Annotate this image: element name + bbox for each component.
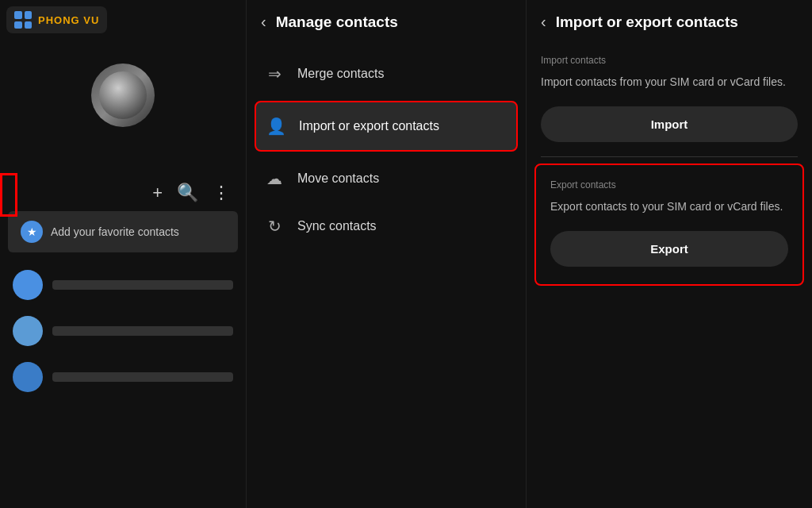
contact-name-placeholder xyxy=(52,372,233,382)
move-contacts-label: Move contacts xyxy=(297,171,379,186)
red-highlight-box xyxy=(0,173,17,217)
panel-manage-contacts: ‹ Manage contacts ⇒ Merge contacts 👤 Imp… xyxy=(246,0,527,508)
back-button[interactable]: ‹ xyxy=(541,13,546,31)
sync-icon: ↻ xyxy=(264,217,285,236)
menu-item-import-export[interactable]: 👤 Import or export contacts xyxy=(255,101,518,152)
contact-name-placeholder xyxy=(52,326,233,336)
favorites-icon: ★ xyxy=(21,221,43,243)
panel-contacts-list: PHONG VU + 🔍 ⋮ ★ Add your favorite conta… xyxy=(0,0,246,508)
export-section-highlight: Export contacts Export contacts to your … xyxy=(534,164,804,286)
logo-grid-icon xyxy=(14,11,32,29)
avatar-container xyxy=(0,64,246,127)
import-export-header: ‹ Import or export contacts xyxy=(527,0,812,44)
import-button[interactable]: Import xyxy=(541,106,798,142)
search-button[interactable]: 🔍 xyxy=(177,183,198,203)
menu-list: ⇒ Merge contacts 👤 Import or export cont… xyxy=(247,50,526,250)
export-section-label: Export contacts xyxy=(536,168,802,194)
list-item[interactable] xyxy=(0,308,246,354)
list-item[interactable] xyxy=(0,262,246,308)
move-icon: ☁ xyxy=(264,169,285,188)
import-section: Import contacts Import contacts from you… xyxy=(527,44,812,142)
logo-text: PHONG VU xyxy=(38,14,99,26)
favorites-bar[interactable]: ★ Add your favorite contacts xyxy=(8,211,238,252)
add-contact-button[interactable]: + xyxy=(152,183,163,203)
toolbar: + 🔍 ⋮ xyxy=(0,175,246,211)
avatar-helmet-icon xyxy=(99,71,147,119)
back-button[interactable]: ‹ xyxy=(261,13,266,31)
contact-list xyxy=(0,262,246,400)
more-options-button[interactable]: ⋮ xyxy=(213,183,230,203)
avatar xyxy=(91,64,155,127)
merge-icon: ⇒ xyxy=(264,64,285,83)
import-section-label: Import contacts xyxy=(527,44,812,69)
favorites-label: Add your favorite contacts xyxy=(51,225,179,238)
logo-phong: PHONG xyxy=(38,14,80,26)
import-export-label: Import or export contacts xyxy=(299,119,439,133)
avatar xyxy=(13,270,43,300)
menu-item-merge-contacts[interactable]: ⇒ Merge contacts xyxy=(247,50,526,98)
manage-contacts-title: Manage contacts xyxy=(276,13,398,31)
divider xyxy=(541,156,798,157)
contact-name-placeholder xyxy=(52,280,233,290)
export-button[interactable]: Export xyxy=(550,231,788,267)
avatar xyxy=(13,316,43,346)
merge-contacts-label: Merge contacts xyxy=(297,67,384,81)
import-export-title: Import or export contacts xyxy=(556,13,738,31)
avatar xyxy=(13,362,43,392)
list-item[interactable] xyxy=(0,354,246,400)
menu-item-move-contacts[interactable]: ☁ Move contacts xyxy=(247,155,526,202)
import-export-icon: 👤 xyxy=(266,117,286,136)
panel-import-export: ‹ Import or export contacts Import conta… xyxy=(527,0,812,508)
sync-contacts-label: Sync contacts xyxy=(297,219,377,233)
menu-item-sync-contacts[interactable]: ↻ Sync contacts xyxy=(247,202,526,250)
phong-vu-logo: PHONG VU xyxy=(6,6,107,33)
export-section-desc: Export contacts to your SIM card or vCar… xyxy=(536,194,802,226)
manage-contacts-header: ‹ Manage contacts xyxy=(247,0,526,44)
import-section-desc: Import contacts from your SIM card or vC… xyxy=(527,69,812,102)
logo-vu: VU xyxy=(83,14,99,26)
